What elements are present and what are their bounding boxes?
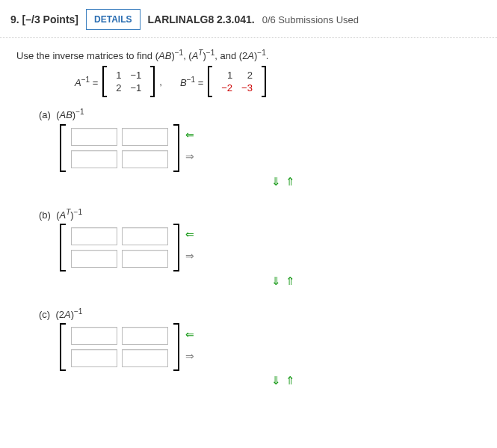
part-c-cell-22[interactable] <box>122 349 168 367</box>
remove-col-icon[interactable]: ⇑ <box>285 374 300 387</box>
part-c-label: (c) (2A)−1 <box>39 307 481 320</box>
part-c-cell-11[interactable] <box>71 327 117 345</box>
part-a-label: (a) (AB)−1 <box>39 108 481 120</box>
part-c-answer: ⇐ ⇒ <box>60 323 481 371</box>
part-b-cell-12[interactable] <box>122 227 168 245</box>
part-a-answer: ⇐ ⇒ <box>60 124 481 172</box>
remove-row-icon[interactable]: ⇐ <box>185 228 194 240</box>
part-b-col-controls: ⇓⇑ <box>90 274 481 288</box>
part-b-cell-21[interactable] <box>71 250 117 268</box>
instruction-text: Use the inverse matrices to find (AB)−1,… <box>16 49 481 61</box>
remove-row-icon[interactable]: ⇐ <box>185 129 194 141</box>
part-c-cell-21[interactable] <box>71 349 117 367</box>
matrix-B-inverse: B−1 = 12 −2−3 <box>180 66 266 97</box>
source-ref: LARLINALG8 2.3.041. <box>148 13 255 25</box>
details-button[interactable]: DETAILS <box>86 9 140 30</box>
part-b-cell-22[interactable] <box>122 250 168 268</box>
add-col-icon[interactable]: ⇓ <box>271 175 285 188</box>
add-row-icon[interactable]: ⇒ <box>185 150 194 162</box>
part-c-col-controls: ⇓⇑ <box>90 374 481 387</box>
matrix-A-inverse: A−1 = 1−1 2−1 , <box>75 66 162 97</box>
part-a-cell-11[interactable] <box>71 128 117 146</box>
part-c-cell-12[interactable] <box>122 327 168 345</box>
submissions-used: 0/6 Submissions Used <box>262 14 359 25</box>
add-col-icon[interactable]: ⇓ <box>271 274 285 287</box>
question-number: 9. [–/3 Points] <box>10 13 78 25</box>
part-a-cell-12[interactable] <box>122 128 168 146</box>
add-col-icon[interactable]: ⇓ <box>271 374 285 387</box>
question-header: 9. [–/3 Points] DETAILS LARLINALG8 2.3.0… <box>0 0 497 38</box>
part-b-cell-11[interactable] <box>71 227 117 245</box>
add-row-icon[interactable]: ⇒ <box>185 350 194 362</box>
remove-col-icon[interactable]: ⇑ <box>285 175 300 188</box>
part-c-row-controls: ⇐ ⇒ <box>185 323 194 366</box>
part-b-answer: ⇐ ⇒ <box>60 224 481 271</box>
remove-col-icon[interactable]: ⇑ <box>285 274 300 287</box>
given-matrices: A−1 = 1−1 2−1 , B−1 = 12 −2−3 <box>75 66 481 97</box>
part-b-row-controls: ⇐ ⇒ <box>185 224 194 267</box>
add-row-icon[interactable]: ⇒ <box>185 250 194 262</box>
part-a-cell-22[interactable] <box>122 150 168 168</box>
part-b-label: (b) (AT)−1 <box>39 208 481 221</box>
question-content: Use the inverse matrices to find (AB)−1,… <box>0 38 497 404</box>
part-a-col-controls: ⇓⇑ <box>90 175 481 188</box>
part-a-cell-21[interactable] <box>71 150 117 168</box>
remove-row-icon[interactable]: ⇐ <box>185 328 194 340</box>
part-a-row-controls: ⇐ ⇒ <box>185 124 194 168</box>
